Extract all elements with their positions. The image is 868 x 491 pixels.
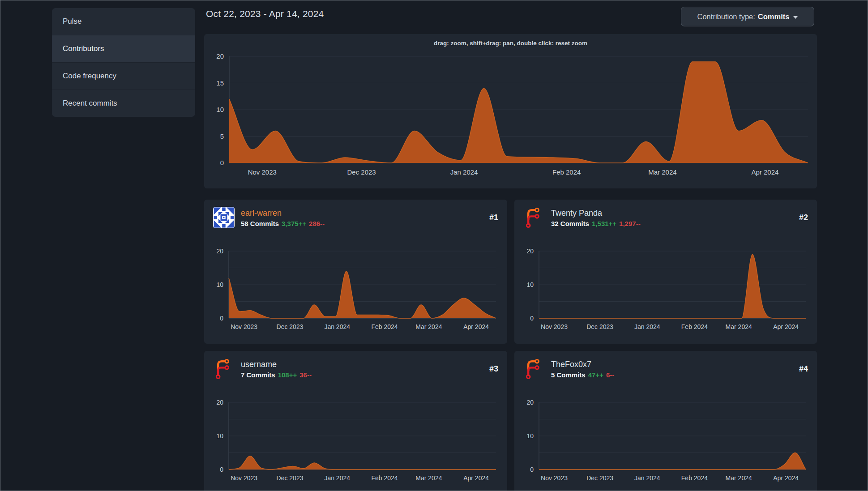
contributor-cards-grid: earl-warren 58 Commits3,375++286-- #1 01… bbox=[204, 200, 817, 491]
svg-text:20: 20 bbox=[526, 399, 534, 406]
svg-text:Nov 2023: Nov 2023 bbox=[541, 474, 568, 482]
contributor-card: username 7 Commits108++36-- #3 01020Nov … bbox=[204, 351, 507, 491]
svg-text:Dec 2023: Dec 2023 bbox=[586, 323, 613, 330]
svg-text:Apr 2024: Apr 2024 bbox=[463, 474, 489, 482]
additions-count: 108++ bbox=[278, 371, 297, 379]
contributor-card: earl-warren 58 Commits3,375++286-- #1 01… bbox=[204, 200, 507, 344]
sidebar-item-contributors[interactable]: Contributors bbox=[52, 35, 195, 62]
svg-text:Feb 2024: Feb 2024 bbox=[552, 168, 581, 176]
contributor-card-header: username 7 Commits108++36-- #3 bbox=[204, 351, 507, 380]
svg-text:0: 0 bbox=[530, 315, 534, 322]
contributor-rank-badge: #1 bbox=[489, 213, 498, 222]
contribution-type-dropdown[interactable]: Contribution type: Commits bbox=[681, 7, 814, 26]
svg-text:Dec 2023: Dec 2023 bbox=[277, 323, 304, 330]
svg-text:Apr 2024: Apr 2024 bbox=[773, 474, 799, 482]
svg-text:0: 0 bbox=[530, 466, 534, 473]
contributor-card-header: TheFox0x7 5 Commits47++6-- #4 bbox=[514, 351, 817, 380]
contributor-commits-chart[interactable]: 01020Nov 2023Dec 2023Jan 2024Feb 2024Mar… bbox=[514, 242, 817, 344]
deletions-count: 286-- bbox=[309, 220, 325, 227]
contributor-commits-chart[interactable]: 01020Nov 2023Dec 2023Jan 2024Feb 2024Mar… bbox=[204, 242, 507, 344]
caret-down-icon bbox=[793, 16, 798, 19]
svg-text:10: 10 bbox=[526, 281, 534, 288]
contributor-name: Twenty Panda bbox=[551, 208, 641, 218]
contributor-identity: username 7 Commits108++36-- bbox=[241, 359, 312, 379]
contributor-rank-badge: #2 bbox=[799, 213, 808, 222]
svg-text:0: 0 bbox=[220, 159, 224, 167]
svg-text:0: 0 bbox=[220, 466, 223, 473]
svg-text:0: 0 bbox=[220, 315, 223, 322]
svg-text:15: 15 bbox=[216, 79, 224, 87]
svg-text:Jan 2024: Jan 2024 bbox=[634, 323, 660, 330]
svg-text:Mar 2024: Mar 2024 bbox=[415, 323, 442, 330]
page-title-date-range: Oct 22, 2023 - Apr 14, 2024 bbox=[206, 9, 324, 19]
svg-text:Feb 2024: Feb 2024 bbox=[681, 323, 708, 330]
svg-text:Mar 2024: Mar 2024 bbox=[415, 474, 442, 482]
svg-text:20: 20 bbox=[216, 52, 224, 60]
svg-text:20: 20 bbox=[216, 248, 223, 255]
repo-activity-sidebar: Pulse Contributors Code frequency Recent… bbox=[52, 8, 195, 117]
svg-text:20: 20 bbox=[216, 399, 223, 406]
svg-text:Nov 2023: Nov 2023 bbox=[231, 474, 257, 482]
svg-text:Jan 2024: Jan 2024 bbox=[634, 474, 660, 482]
svg-text:10: 10 bbox=[526, 432, 534, 440]
contribution-type-label: Contribution type: bbox=[697, 13, 755, 21]
contributor-identity: earl-warren 58 Commits3,375++286-- bbox=[241, 208, 325, 227]
contribution-type-value: Commits bbox=[758, 13, 790, 21]
commits-overview-card: drag: zoom, shift+drag: pan, double clic… bbox=[204, 34, 817, 188]
contributor-stats: 7 Commits108++36-- bbox=[241, 371, 312, 379]
svg-text:Nov 2023: Nov 2023 bbox=[248, 168, 277, 176]
sidebar-item-recent-commits[interactable]: Recent commits bbox=[52, 90, 195, 117]
additions-count: 47++ bbox=[588, 371, 603, 379]
contributor-name: username bbox=[241, 359, 312, 369]
contributor-stats: 58 Commits3,375++286-- bbox=[241, 220, 325, 227]
svg-text:Feb 2024: Feb 2024 bbox=[371, 474, 398, 482]
additions-count: 1,531++ bbox=[592, 220, 616, 227]
svg-text:10: 10 bbox=[216, 432, 223, 440]
contributor-card-header: earl-warren 58 Commits3,375++286-- #1 bbox=[204, 200, 507, 228]
contributor-rank-badge: #4 bbox=[799, 364, 808, 374]
forgejo-logo-icon bbox=[523, 207, 545, 228]
svg-text:Jan 2024: Jan 2024 bbox=[324, 474, 350, 482]
sidebar-item-code-frequency[interactable]: Code frequency bbox=[52, 62, 195, 90]
svg-text:Nov 2023: Nov 2023 bbox=[231, 323, 257, 330]
deletions-count: 1,297-- bbox=[619, 220, 641, 227]
contributor-stats: 32 Commits1,531++1,297-- bbox=[551, 220, 641, 227]
commit-count: 5 Commits bbox=[551, 371, 586, 379]
svg-text:Feb 2024: Feb 2024 bbox=[681, 474, 708, 482]
svg-text:Apr 2024: Apr 2024 bbox=[773, 323, 799, 330]
contributor-identity: Twenty Panda 32 Commits1,531++1,297-- bbox=[551, 208, 641, 227]
commit-count: 32 Commits bbox=[551, 220, 589, 227]
additions-count: 3,375++ bbox=[282, 220, 306, 227]
forgejo-logo-icon bbox=[523, 358, 545, 380]
sidebar-item-pulse[interactable]: Pulse bbox=[52, 8, 195, 35]
contributors-page: Pulse Contributors Code frequency Recent… bbox=[0, 0, 868, 491]
svg-text:Nov 2023: Nov 2023 bbox=[541, 323, 568, 330]
commits-overview-chart[interactable]: 05101520Nov 2023Dec 2023Jan 2024Feb 2024… bbox=[204, 34, 817, 188]
contributor-identity: TheFox0x7 5 Commits47++6-- bbox=[551, 359, 614, 379]
contributor-card-header: Twenty Panda 32 Commits1,531++1,297-- #2 bbox=[514, 200, 817, 228]
contributor-commits-chart[interactable]: 01020Nov 2023Dec 2023Jan 2024Feb 2024Mar… bbox=[514, 393, 817, 491]
deletions-count: 36-- bbox=[299, 371, 312, 379]
contributor-name: TheFox0x7 bbox=[551, 359, 614, 369]
svg-text:Mar 2024: Mar 2024 bbox=[648, 168, 676, 176]
identicon-avatar bbox=[213, 207, 235, 228]
svg-text:Mar 2024: Mar 2024 bbox=[726, 323, 752, 330]
svg-text:Dec 2023: Dec 2023 bbox=[347, 168, 376, 176]
svg-text:Jan 2024: Jan 2024 bbox=[450, 168, 478, 176]
commit-count: 58 Commits bbox=[241, 220, 279, 227]
contributor-name-link[interactable]: earl-warren bbox=[241, 208, 325, 218]
forgejo-logo-icon bbox=[213, 358, 235, 380]
contributor-card: TheFox0x7 5 Commits47++6-- #4 01020Nov 2… bbox=[514, 351, 817, 491]
svg-text:20: 20 bbox=[526, 248, 534, 255]
contributor-commits-chart[interactable]: 01020Nov 2023Dec 2023Jan 2024Feb 2024Mar… bbox=[204, 393, 507, 491]
svg-text:10: 10 bbox=[216, 106, 224, 113]
svg-text:Dec 2023: Dec 2023 bbox=[277, 474, 304, 482]
chart-zoom-hint: drag: zoom, shift+drag: pan, double clic… bbox=[204, 40, 817, 47]
svg-text:Feb 2024: Feb 2024 bbox=[371, 323, 398, 330]
svg-text:5: 5 bbox=[220, 132, 224, 140]
svg-text:Apr 2024: Apr 2024 bbox=[751, 168, 778, 176]
svg-text:Jan 2024: Jan 2024 bbox=[324, 323, 350, 330]
svg-text:10: 10 bbox=[216, 281, 223, 288]
svg-text:Dec 2023: Dec 2023 bbox=[586, 474, 613, 482]
commit-count: 7 Commits bbox=[241, 371, 275, 379]
